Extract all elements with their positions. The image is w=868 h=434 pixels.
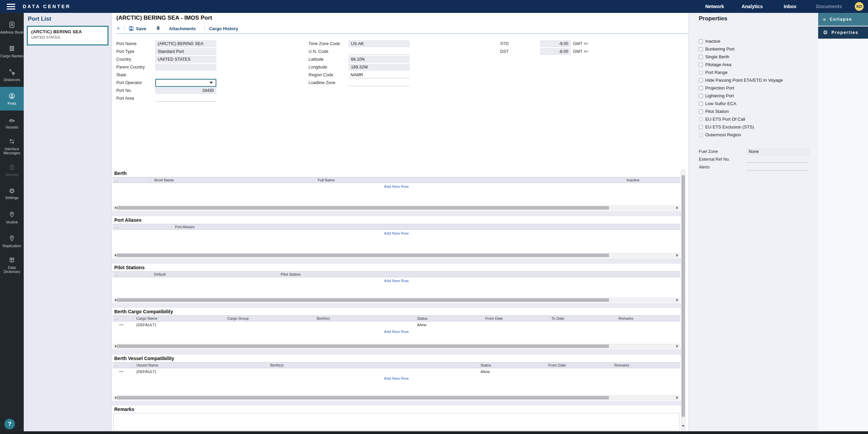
horizontal-scrollbar[interactable] — [113, 253, 679, 258]
add-new-row-link[interactable]: Add New Row — [113, 328, 680, 335]
port-name-field[interactable]: (ARCTIC) BERING SEA — [155, 40, 216, 47]
sidebar-item-data-dictionary[interactable]: Data Dictionary — [0, 253, 24, 277]
sidebar-item-replication[interactable]: Replication — [0, 229, 24, 253]
scrollbar-thumb[interactable] — [117, 254, 609, 257]
add-new-row-link[interactable]: Add New Row — [113, 375, 680, 382]
scrollbar-thumb[interactable] — [117, 344, 609, 348]
scrollbar-thumb[interactable] — [117, 206, 609, 210]
vertical-scrollbar[interactable] — [681, 170, 686, 431]
save-button[interactable]: Save — [129, 26, 146, 31]
port-no-field[interactable]: 28430 — [155, 87, 216, 94]
port-area-field[interactable] — [155, 95, 216, 102]
checkbox-icon[interactable] — [699, 63, 703, 67]
latitude-field[interactable]: 66.10N — [349, 56, 410, 63]
sidebar-item-settings[interactable]: ⚙ Settings — [0, 182, 24, 205]
scroll-left-arrow-icon[interactable] — [115, 345, 116, 348]
sidebar-item-security[interactable]: Security — [0, 158, 24, 182]
scroll-left-arrow-icon[interactable] — [115, 299, 116, 301]
nav-inbox[interactable]: Inbox — [784, 4, 796, 9]
scroll-left-arrow-icon[interactable] — [115, 206, 116, 209]
un-code-field[interactable] — [349, 48, 410, 55]
checkbox-hide-passing-point[interactable]: Hide Passing Point ETA/ETD In Voyage — [689, 76, 818, 84]
port-type-field[interactable]: Standard Port — [155, 48, 216, 55]
nav-network[interactable]: Network — [705, 4, 724, 9]
help-button[interactable]: ? — [4, 419, 15, 429]
scroll-right-arrow-icon[interactable] — [676, 345, 678, 348]
status-cell[interactable]: Allow — [414, 323, 482, 327]
sidebar-item-distances[interactable]: Distances — [0, 63, 24, 87]
hamburger-menu-icon[interactable] — [7, 2, 15, 11]
time-zone-code-field[interactable]: US-AK — [349, 40, 410, 47]
port-list-card-selected[interactable]: (ARCTIC) BERING SEA UNITED STATES — [27, 26, 108, 45]
delete-button[interactable] — [156, 25, 161, 32]
sidebar-item-interface-messages[interactable]: Interface Messages — [0, 134, 24, 158]
sidebar-item-cargo-names[interactable]: Cargo Names — [0, 39, 24, 63]
collapse-panel-button[interactable]: » Collapse — [818, 13, 868, 26]
sidebar-item-ports[interactable]: Ports — [0, 87, 24, 111]
scrollbar-thumb[interactable] — [117, 298, 609, 302]
scroll-right-arrow-icon[interactable] — [676, 206, 678, 209]
horizontal-scrollbar[interactable] — [113, 344, 679, 349]
horizontal-scrollbar[interactable] — [113, 298, 679, 302]
sidebar-item-vessels[interactable]: Vessels — [0, 111, 24, 134]
scroll-left-arrow-icon[interactable] — [115, 396, 116, 399]
checkbox-projection-port[interactable]: Projection Port — [689, 84, 818, 92]
checkbox-bunkering-port[interactable]: Bunkering Port — [689, 45, 818, 53]
horizontal-scrollbar[interactable] — [113, 395, 679, 400]
checkbox-icon[interactable] — [699, 102, 703, 106]
longitude-field[interactable]: 169.32W — [349, 64, 410, 71]
region-code-field[interactable]: NAMR — [349, 72, 410, 78]
checkbox-inactive[interactable]: Inactive — [689, 37, 818, 45]
properties-rail-button[interactable]: ⚙ Properties — [818, 26, 868, 39]
cargo-history-button[interactable]: Cargo History — [209, 26, 238, 31]
scrollbar-thumb[interactable] — [117, 396, 609, 399]
checkbox-eu-ets-exclusion-sts[interactable]: EU ETS Exclusion (STS) — [689, 123, 818, 131]
attachments-button[interactable]: Attachments — [169, 26, 196, 31]
checkbox-low-sulfur-eca[interactable]: Low Sulfur ECA — [689, 100, 818, 107]
add-new-row-link[interactable]: Add New Row — [113, 277, 680, 284]
scrollbar-thumb[interactable] — [682, 175, 685, 417]
row-menu-button[interactable]: ••• — [113, 323, 133, 327]
std-offset-field[interactable]: -9.00 — [540, 40, 571, 47]
checkbox-icon[interactable] — [699, 39, 703, 43]
nav-documents[interactable]: Documents — [816, 4, 842, 9]
add-new-row-link[interactable]: Add New Row — [113, 183, 680, 190]
scroll-right-arrow-icon[interactable] — [676, 396, 678, 399]
port-operator-dropdown[interactable] — [155, 79, 216, 87]
vessel-name-cell[interactable]: (DEFAULT) — [133, 370, 267, 374]
row-menu-button[interactable]: ••• — [113, 370, 133, 373]
user-avatar[interactable]: KD — [855, 2, 864, 11]
nav-analytics[interactable]: Analytics — [742, 4, 763, 9]
state-field[interactable] — [155, 72, 216, 78]
remarks-textarea[interactable] — [113, 413, 679, 431]
cargo-name-cell[interactable]: (DEFAULT) — [133, 323, 224, 327]
checkbox-icon[interactable] — [699, 47, 703, 51]
checkbox-icon[interactable] — [699, 55, 703, 59]
country-field[interactable]: UNITED STATES — [155, 56, 216, 63]
status-cell[interactable]: Allow — [477, 370, 545, 374]
checkbox-icon[interactable] — [699, 125, 703, 129]
sidebar-item-address-book[interactable]: Address Book — [0, 16, 24, 39]
fuel-zone-field[interactable]: None — [746, 148, 809, 155]
scroll-down-arrow-icon[interactable] — [682, 425, 685, 427]
parent-country-field[interactable] — [155, 64, 216, 71]
checkbox-pilot-station[interactable]: Pilot Station — [689, 107, 818, 115]
checkbox-icon[interactable] — [699, 94, 703, 98]
horizontal-scrollbar[interactable] — [113, 205, 679, 210]
checkbox-icon[interactable] — [699, 78, 703, 82]
alerts-field[interactable] — [746, 164, 809, 171]
add-new-row-link[interactable]: Add New Row — [113, 230, 680, 237]
scroll-right-arrow-icon[interactable] — [676, 299, 678, 301]
checkbox-icon[interactable] — [699, 86, 703, 90]
checkbox-pilotage-area[interactable]: Pilotage Area — [689, 61, 818, 68]
checkbox-icon[interactable] — [699, 110, 703, 114]
scroll-right-arrow-icon[interactable] — [676, 254, 678, 257]
scroll-left-arrow-icon[interactable] — [115, 254, 116, 257]
add-new-button[interactable]: + — [116, 25, 120, 32]
loadline-zone-field[interactable] — [349, 79, 410, 86]
checkbox-single-berth[interactable]: Single Berth — [689, 53, 818, 61]
checkbox-lightering-port[interactable]: Lightering Port — [689, 92, 818, 100]
dst-offset-field[interactable]: -8.00 — [540, 48, 571, 55]
sidebar-item-veslink[interactable]: Veslink — [0, 205, 24, 229]
external-ref-no-field[interactable] — [746, 156, 809, 163]
